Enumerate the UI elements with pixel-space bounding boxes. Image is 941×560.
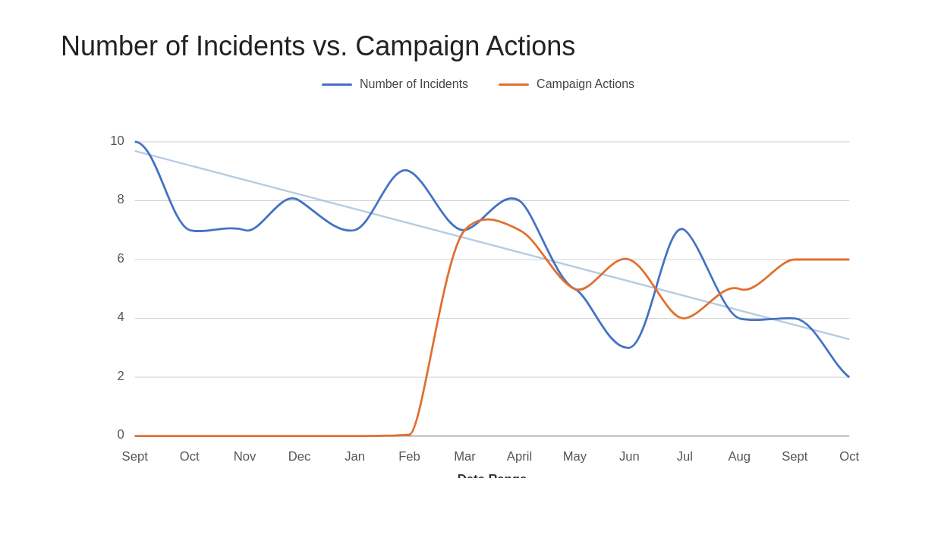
chart-container: Number of Incidents vs. Campaign Actions…	[0, 0, 941, 560]
legend-campaign: Campaign Actions	[499, 77, 634, 91]
svg-text:Sept: Sept	[122, 449, 149, 464]
chart-svg: 0 2 4 6 8 10 Sept Oct Nov Dec Jan Feb Ma…	[61, 114, 895, 478]
legend-campaign-label: Campaign Actions	[537, 77, 634, 91]
svg-text:Feb: Feb	[398, 449, 420, 464]
svg-text:April: April	[507, 449, 532, 464]
svg-text:Sept: Sept	[782, 449, 808, 464]
legend-incidents-label: Number of Incidents	[360, 77, 468, 91]
svg-text:Oct: Oct	[180, 449, 200, 464]
svg-text:Date Range: Date Range	[458, 472, 527, 478]
svg-text:10: 10	[110, 134, 124, 148]
svg-text:Oct: Oct	[839, 449, 859, 464]
legend-campaign-line	[499, 83, 529, 86]
svg-text:Jul: Jul	[677, 449, 693, 464]
svg-text:8: 8	[118, 192, 124, 206]
svg-text:Jun: Jun	[619, 449, 640, 464]
chart-title: Number of Incidents vs. Campaign Actions	[61, 30, 895, 62]
svg-text:Aug: Aug	[729, 449, 751, 464]
svg-text:2: 2	[118, 369, 124, 383]
svg-text:Jan: Jan	[345, 449, 365, 464]
svg-text:6: 6	[118, 251, 124, 266]
svg-line-28	[135, 151, 850, 339]
svg-text:Nov: Nov	[234, 449, 256, 464]
legend-incidents-line	[322, 83, 352, 86]
chart-legend: Number of Incidents Campaign Actions	[61, 77, 895, 91]
svg-text:4: 4	[118, 310, 124, 324]
svg-text:May: May	[563, 449, 587, 464]
legend-incidents: Number of Incidents	[322, 77, 468, 91]
svg-text:Dec: Dec	[288, 449, 311, 464]
svg-text:0: 0	[118, 427, 124, 442]
svg-text:Mar: Mar	[454, 449, 476, 464]
